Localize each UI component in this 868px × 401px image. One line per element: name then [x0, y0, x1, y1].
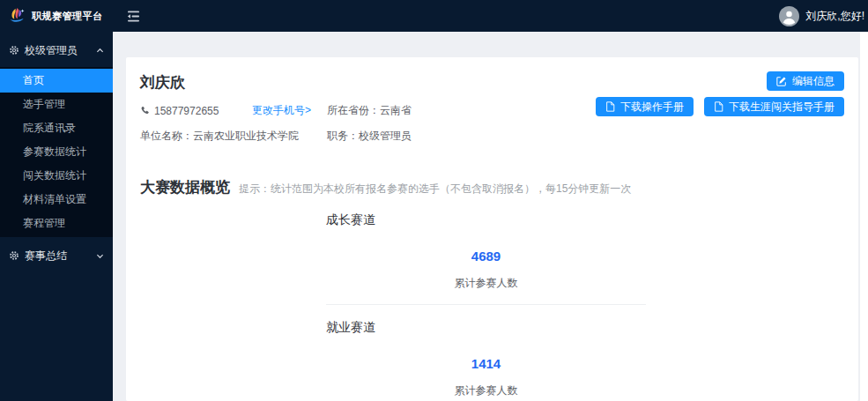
download-guide-label: 下载生涯闯关指导手册: [729, 100, 835, 115]
main-content: 刘庆欣 编辑信息 下载操作手册: [113, 32, 860, 401]
overview-title: 大赛数据概览: [140, 177, 230, 197]
logo-area: 职规赛管理平台: [0, 6, 113, 26]
edit-info-button[interactable]: 编辑信息: [767, 71, 844, 91]
download-buttons: 下载操作手册 下载生涯闯关指导手册: [596, 97, 844, 116]
scrollbar-track[interactable]: [860, 32, 868, 401]
file-icon: [714, 101, 723, 112]
org-value: 云南农业职业技术学院: [193, 130, 299, 142]
track-growth: 成长赛道 4689 累计参赛人数: [326, 212, 646, 305]
org-label: 单位名称：: [140, 130, 193, 142]
app-window: 职规赛管理平台 刘庆欣,您好!: [0, 0, 868, 401]
track-name: 成长赛道: [326, 212, 646, 228]
change-phone-link[interactable]: 更改手机号>: [252, 103, 327, 118]
header-user-area: 刘庆欣,您好!: [779, 6, 868, 26]
role-field: 职务：校级管理员: [327, 129, 412, 144]
gear-icon: [9, 250, 19, 261]
file-icon: [605, 101, 615, 112]
sidebar-item-home[interactable]: 首页: [0, 69, 113, 93]
sidebar-item-material-list-settings[interactable]: 材料清单设置: [0, 188, 113, 212]
role-label: 职务：: [327, 130, 359, 142]
tracks-list: 成长赛道 4689 累计参赛人数 就业赛道 1414 累计参赛人数: [326, 212, 646, 401]
sidebar-item-player-management[interactable]: 选手管理: [0, 93, 113, 116]
chevron-down-icon: [96, 252, 104, 260]
track-caption: 累计参赛人数: [326, 383, 646, 398]
sidebar-item-participation-stats[interactable]: 参赛数据统计: [0, 140, 113, 164]
user-greeting: 刘庆欣,您好!: [805, 9, 864, 24]
sidebar-group-label: 赛事总结: [25, 249, 67, 264]
track-value: 1414: [326, 356, 646, 371]
app-title: 职规赛管理平台: [32, 10, 103, 23]
download-manual-label: 下载操作手册: [620, 100, 684, 115]
phone-icon: [140, 106, 150, 115]
province-label: 所在省份：: [327, 104, 380, 116]
track-name: 就业赛道: [326, 320, 646, 336]
sidebar-group-label: 校级管理员: [25, 43, 78, 58]
phone-cell: 15877972655: [140, 105, 252, 117]
track-value: 4689: [326, 249, 646, 264]
profile-detail-row-2: 单位名称：云南农业职业技术学院 职务：校级管理员: [140, 129, 844, 144]
sidebar-item-challenge-stats[interactable]: 闯关数据统计: [0, 164, 113, 188]
app-logo-icon: [7, 6, 26, 26]
download-guide-button[interactable]: 下载生涯闯关指导手册: [704, 97, 844, 116]
sidebar-item-department-contacts[interactable]: 院系通讯录: [0, 116, 113, 140]
province-value: 云南省: [380, 104, 412, 116]
overview-section-head: 大赛数据概览 提示：统计范围为本校所有报名参赛的选手（不包含取消报名），每15分…: [140, 177, 844, 197]
sidebar-group-event-summary[interactable]: 赛事总结: [0, 242, 113, 269]
download-manual-button[interactable]: 下载操作手册: [596, 97, 694, 116]
province-field: 所在省份：云南省: [327, 103, 412, 118]
role-value: 校级管理员: [359, 130, 412, 142]
profile-card: 刘庆欣 编辑信息 下载操作手册: [126, 57, 858, 401]
overview-hint: 提示：统计范围为本校所有报名参赛的选手（不包含取消报名），每15分钟更新一次: [239, 182, 631, 197]
track-employment: 就业赛道 1414 累计参赛人数: [326, 320, 646, 401]
top-header: 职规赛管理平台 刘庆欣,您好!: [0, 0, 868, 32]
avatar[interactable]: [779, 6, 799, 26]
menu-fold-icon[interactable]: [127, 11, 140, 22]
sidebar-group-school-admin[interactable]: 校级管理员: [0, 37, 113, 63]
divider: [326, 304, 646, 305]
edit-icon: [776, 76, 787, 86]
edit-info-label: 编辑信息: [792, 74, 835, 89]
gear-icon: [9, 45, 19, 56]
org-field: 单位名称：云南农业职业技术学院: [140, 129, 327, 144]
chevron-up-icon: [96, 47, 104, 55]
sidebar-item-schedule-management[interactable]: 赛程管理: [0, 212, 113, 235]
track-caption: 累计参赛人数: [326, 276, 646, 291]
profile-name: 刘庆欣: [140, 72, 844, 93]
submenu: 首页 选手管理 院系通讯录 参赛数据统计 闯关数据统计 材料清单设置 赛程管理: [0, 67, 113, 237]
sidebar: 校级管理员 首页 选手管理 院系通讯录 参赛数据统计 闯关数据统计 材料清单设置…: [0, 32, 113, 401]
phone-number: 15877972655: [154, 105, 219, 117]
